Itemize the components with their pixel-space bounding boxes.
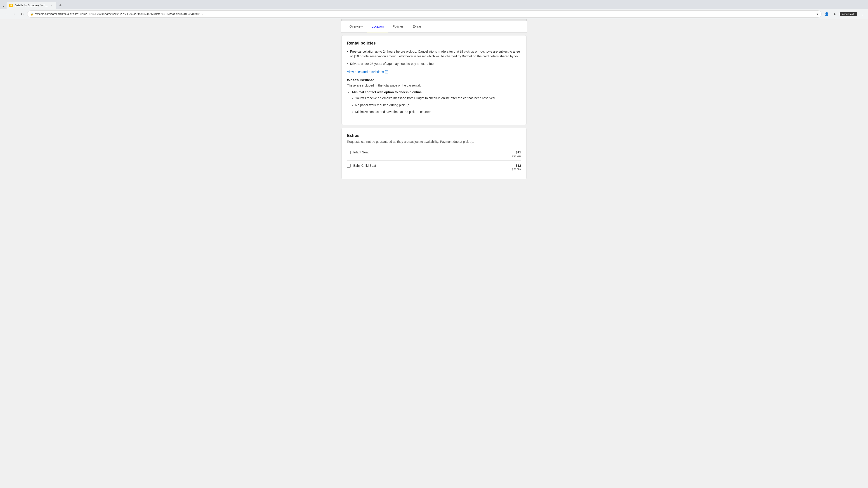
forward-button[interactable]: → [11, 11, 17, 17]
policy-item-cancellation: Free cancellation up to 24 hours before … [347, 49, 521, 59]
check-icon: ✓ [347, 91, 350, 95]
top-separator [341, 19, 527, 21]
incognito-button[interactable]: Incognito (2) [840, 12, 857, 16]
nav-tab-policies[interactable]: Policies [388, 21, 408, 32]
infant-seat-unit: per day [512, 154, 521, 157]
feature-title: Minimal contact with option to check-in … [352, 90, 495, 94]
baby-child-seat-amount: $12 [512, 164, 521, 167]
main-container: Overview Location Policies Extras Rental… [341, 19, 527, 488]
view-rules-label: View rules and restrictions [347, 70, 384, 74]
lock-icon: 🔒 [30, 12, 33, 15]
nav-tab-extras[interactable]: Extras [408, 21, 426, 32]
extra-item-1: Baby Child Seat $12 per day [347, 160, 521, 174]
address-bar[interactable]: 🔒 expedia.com/carsearch/details?date1=2%… [27, 10, 822, 18]
policy-item-drivers-age: Drivers under 25 years of age may need t… [347, 61, 521, 66]
bookmark-icon[interactable]: ★ [816, 12, 819, 16]
whats-included-title: What's included [347, 78, 521, 82]
included-feature-0: ✓ Minimal contact with option to check-i… [347, 90, 521, 116]
tab-title: Details for Economy from Budg... [15, 4, 48, 7]
feature-item-1: No paper-work required during pick-up [352, 103, 495, 108]
extensions-icon[interactable]: ● [832, 11, 838, 17]
baby-child-seat-checkbox[interactable] [347, 164, 350, 168]
rental-policies-card: Rental policies Free cancellation up to … [341, 35, 527, 125]
browser-chrome: ⌄ E Details for Economy from Budg... × +… [0, 0, 868, 19]
infant-seat-amount: $11 [512, 151, 521, 154]
new-tab-button[interactable]: + [57, 2, 64, 8]
infant-seat-checkbox[interactable] [347, 151, 350, 154]
tab-favicon: E [9, 4, 13, 7]
tab-close-button[interactable]: × [50, 4, 54, 7]
rental-policies-title: Rental policies [347, 41, 521, 46]
address-text: expedia.com/carsearch/details?date1=2%2F… [35, 12, 814, 15]
tab-list-button[interactable]: ⌄ [2, 3, 5, 8]
nav-tab-overview[interactable]: Overview [345, 21, 367, 32]
extra-item-0: Infant Seat $11 per day [347, 147, 521, 160]
page-content: Overview Location Policies Extras Rental… [0, 19, 868, 488]
baby-child-seat-unit: per day [512, 167, 521, 170]
profile-icon[interactable]: 👤 [824, 11, 830, 17]
address-bar-row: ← → ↻ 🔒 expedia.com/carsearch/details?da… [0, 9, 868, 19]
extra-item-left-1: Baby Child Seat [347, 164, 376, 168]
tab-bar: ⌄ E Details for Economy from Budg... × + [0, 0, 868, 9]
extras-card: Extras Requests cannot be guaranteed as … [341, 128, 527, 180]
policy-list: Free cancellation up to 24 hours before … [347, 49, 521, 66]
feature-list: You will receive an email/a message from… [352, 96, 495, 115]
external-link-icon [385, 70, 388, 73]
active-tab[interactable]: E Details for Economy from Budg... × [6, 2, 56, 9]
baby-child-seat-price: $12 per day [512, 164, 521, 170]
back-button[interactable]: ← [3, 11, 9, 17]
more-options-icon[interactable]: ⋮ [859, 11, 865, 17]
nav-tab-location[interactable]: Location [367, 21, 388, 32]
feature-item-2: Minimize contact and save time at the pi… [352, 109, 495, 115]
infant-seat-price: $11 per day [512, 151, 521, 157]
feature-content: Minimal contact with option to check-in … [352, 90, 495, 116]
feature-item-0: You will receive an email/a message from… [352, 96, 495, 101]
whats-included-subtitle: These are included in the total price of… [347, 84, 521, 87]
view-rules-link[interactable]: View rules and restrictions [347, 70, 521, 74]
extras-title: Extras [347, 133, 521, 138]
extras-subtitle: Requests cannot be guaranteed as they ar… [347, 140, 521, 143]
page-navigation: Overview Location Policies Extras [341, 21, 527, 33]
baby-child-seat-label: Baby Child Seat [353, 164, 376, 167]
extra-item-left-0: Infant Seat [347, 151, 369, 154]
infant-seat-label: Infant Seat [353, 151, 369, 154]
reload-button[interactable]: ↻ [19, 11, 25, 17]
